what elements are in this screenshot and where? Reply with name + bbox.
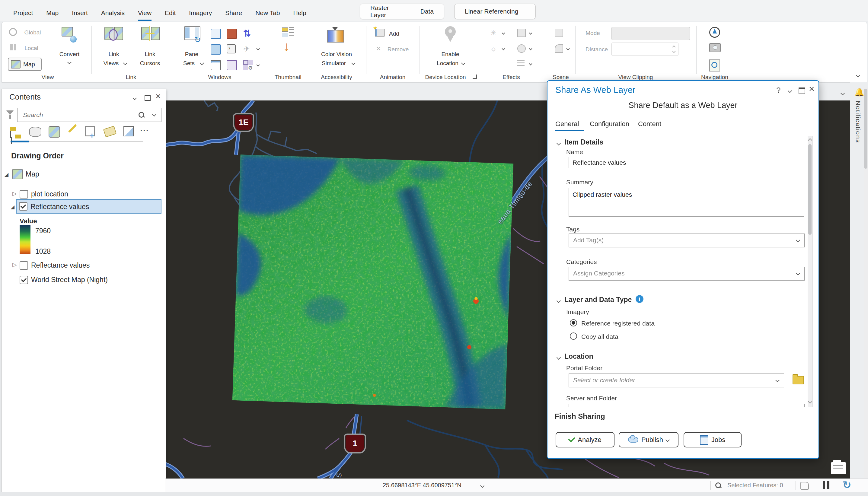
- tree-item-plot-location[interactable]: plot location: [31, 190, 68, 198]
- thumbnail-download-icon[interactable]: ↓: [283, 39, 290, 54]
- location-collapse-icon[interactable]: [557, 355, 561, 360]
- tree-item-reflectance-values-1[interactable]: Reflectance values: [30, 203, 89, 211]
- menu-view[interactable]: View: [138, 4, 152, 21]
- sun-effect-icon[interactable]: ☼: [490, 44, 497, 53]
- portal-folder-combobox[interactable]: Select or create folder: [568, 373, 784, 387]
- tab-data[interactable]: Data: [421, 8, 434, 15]
- plot-location-expander-icon[interactable]: ▷: [12, 190, 17, 197]
- dialog-tab-content[interactable]: Content: [638, 120, 661, 128]
- map-node-expander-icon[interactable]: ◢: [4, 171, 9, 178]
- layer-type-collapse-icon[interactable]: [557, 299, 561, 303]
- menu-insert[interactable]: Insert: [72, 4, 88, 21]
- cvs-dropdown-icon[interactable]: [351, 61, 355, 65]
- enable-location-label2[interactable]: Location: [437, 60, 458, 67]
- menu-help[interactable]: Help: [293, 4, 306, 21]
- analyze-button[interactable]: Analyze: [555, 432, 614, 447]
- ribbon-collapse-icon[interactable]: [856, 73, 860, 78]
- toolbox-icon[interactable]: [227, 29, 237, 39]
- pane-close-icon[interactable]: ×: [155, 91, 161, 102]
- menu-new-tab[interactable]: New Tab: [255, 4, 280, 21]
- reflectance1-expander-icon[interactable]: ◢: [11, 204, 15, 210]
- local-button[interactable]: Local: [25, 45, 38, 51]
- catalog-pane-icon[interactable]: [211, 29, 221, 39]
- enable-location-dropdown-icon[interactable]: [461, 61, 466, 65]
- addins-dropdown-icon[interactable]: [256, 63, 260, 66]
- pane-maximize-icon[interactable]: [144, 95, 151, 101]
- zoom-to-icon[interactable]: [709, 59, 720, 72]
- menu-edit[interactable]: Edit: [165, 4, 176, 21]
- tab-more-icon[interactable]: ⋯: [140, 125, 149, 136]
- categories-combobox[interactable]: Assign Categories: [568, 267, 805, 281]
- scene-dropdown-icon[interactable]: [566, 47, 569, 50]
- zoom-to-selection-icon[interactable]: [715, 482, 721, 488]
- snapping-icon[interactable]: [801, 482, 809, 490]
- tab-data-source-icon[interactable]: [29, 127, 41, 137]
- link-views-dropdown-icon[interactable]: [123, 61, 127, 65]
- tags-dropdown-icon[interactable]: [796, 238, 800, 242]
- copy-all-data-radio[interactable]: [570, 332, 577, 340]
- dialog-scrollbar-thumb[interactable]: [808, 144, 811, 235]
- panel-collapse-icon[interactable]: [840, 91, 845, 95]
- pane-sets-dropdown-icon[interactable]: [200, 61, 204, 65]
- swipe-effect-dropdown-icon[interactable]: [529, 31, 532, 34]
- pane-sets-label2[interactable]: Sets: [183, 60, 195, 67]
- menu-imagery[interactable]: Imagery: [189, 4, 212, 21]
- exposure-effect-icon[interactable]: [517, 60, 524, 61]
- spinner-up-icon[interactable]: [672, 45, 675, 49]
- convert-button[interactable]: Convert: [59, 51, 80, 58]
- sync-arrows-icon[interactable]: ⇅: [243, 28, 251, 38]
- pane-options-icon[interactable]: [133, 96, 137, 100]
- dialog-help-icon[interactable]: ?: [776, 86, 780, 95]
- sun-effect-dropdown-icon[interactable]: [502, 47, 505, 50]
- reflectance2-checkbox[interactable]: [20, 261, 28, 270]
- presentation-dropdown-icon[interactable]: [256, 47, 260, 50]
- reflectance1-checkbox[interactable]: [19, 202, 28, 211]
- dialog-tab-configuration[interactable]: Configuration: [590, 120, 629, 128]
- categories-dropdown-icon[interactable]: [796, 271, 800, 276]
- tags-combobox[interactable]: Add Tag(s): [568, 233, 805, 247]
- layer-blend-effect-icon[interactable]: [517, 44, 526, 53]
- notifications-bell-icon[interactable]: 🔔: [854, 88, 864, 97]
- scene-paste-icon[interactable]: [555, 44, 563, 53]
- dialog-maximize-icon[interactable]: [798, 88, 805, 94]
- coordinates-dropdown-icon[interactable]: [480, 484, 484, 488]
- layer-blend-dropdown-icon[interactable]: [529, 47, 532, 50]
- remove-animation-button[interactable]: Remove: [387, 46, 409, 53]
- reflectance2-expander-icon[interactable]: ▷: [12, 261, 17, 268]
- enable-location-button[interactable]: Enable: [441, 51, 459, 58]
- dialog-close-icon[interactable]: ×: [809, 83, 814, 94]
- spinner-down-icon[interactable]: [672, 49, 675, 53]
- tab-snapshot-icon[interactable]: [49, 126, 60, 138]
- refresh-icon[interactable]: ↻: [843, 479, 851, 491]
- side-scrollbar-thumb[interactable]: [864, 89, 867, 169]
- item-details-collapse-icon[interactable]: [557, 141, 561, 145]
- coordinates-readout[interactable]: 25.6698143°E 45.6009751°N: [383, 482, 461, 489]
- tree-item-basemap[interactable]: World Street Map (Night): [31, 276, 108, 284]
- lighting-effect-icon[interactable]: ☀: [490, 29, 497, 37]
- swipe-effect-icon[interactable]: [517, 29, 526, 37]
- portal-folder-dropdown-icon[interactable]: [775, 378, 780, 382]
- color-vision-simulator-button[interactable]: Color Vision: [321, 51, 352, 58]
- addins-icon[interactable]: [243, 60, 248, 65]
- presentation-icon[interactable]: ✈: [243, 44, 250, 54]
- distance-spinner[interactable]: [611, 43, 679, 56]
- tree-item-reflectance-values-2[interactable]: Reflectance values: [31, 261, 90, 269]
- filter-funnel-icon[interactable]: [6, 110, 14, 115]
- menu-share[interactable]: Share: [225, 4, 242, 21]
- name-input[interactable]: [568, 157, 804, 168]
- reference-registered-data-radio[interactable]: [570, 319, 577, 326]
- tab-raster-layer[interactable]: Raster Layer: [370, 4, 403, 19]
- exposure-dropdown-icon[interactable]: [529, 62, 532, 65]
- info-icon[interactable]: i: [636, 295, 643, 303]
- tab-charts-icon[interactable]: [123, 126, 134, 136]
- pause-drawing-icon[interactable]: [823, 481, 825, 489]
- camera-icon[interactable]: [709, 43, 721, 52]
- basemap-checkbox[interactable]: [20, 276, 28, 284]
- tree-item-map[interactable]: Map: [26, 170, 39, 178]
- server-folder-combobox[interactable]: [568, 404, 805, 407]
- tab-labeling-tag-icon[interactable]: [103, 126, 117, 137]
- tab-drawing-order-icon[interactable]: [10, 127, 16, 130]
- publish-dropdown-icon[interactable]: [666, 437, 670, 442]
- browse-folder-icon[interactable]: [793, 376, 804, 384]
- dialog-collapse-icon[interactable]: [788, 89, 792, 93]
